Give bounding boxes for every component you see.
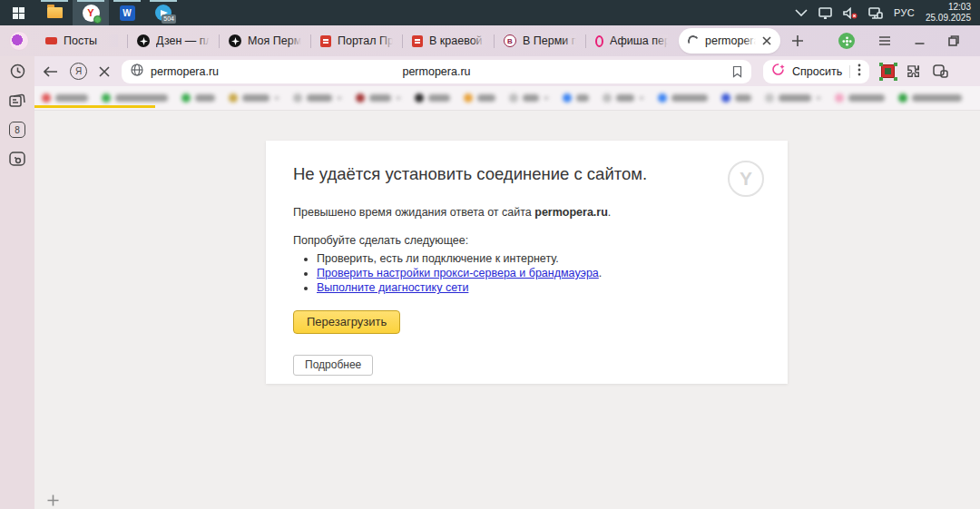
bookmark-favicon	[464, 93, 473, 103]
new-tab-button[interactable]	[791, 34, 804, 47]
tab-v-kraevoy[interactable]: В краевой ст	[403, 25, 494, 56]
bookmark-item[interactable]	[464, 93, 495, 103]
yandex-home-button[interactable]: Я	[70, 63, 87, 80]
browser-side-panel: 8	[0, 56, 34, 509]
bookmark-item[interactable]	[42, 93, 88, 103]
bookmark-item[interactable]	[835, 93, 885, 103]
ask-button[interactable]: Спросить	[792, 65, 842, 78]
taskbar-apps: Y W 504	[0, 0, 181, 25]
screenshot-icon[interactable]	[8, 150, 26, 168]
globe-icon	[131, 64, 143, 80]
clock[interactable]: 12:03 25.09.2025	[926, 2, 971, 24]
bookmark-label-blob	[616, 94, 634, 102]
tab-portal-prav[interactable]: Портал Прав	[311, 25, 402, 56]
plus-icon[interactable]	[47, 494, 59, 506]
tray-chevron-icon[interactable]	[795, 9, 808, 16]
tray-window-icon[interactable]	[818, 7, 832, 19]
system-tray: РУС 12:03 25.09.2025	[795, 2, 980, 24]
extension-icon-selected[interactable]	[881, 64, 895, 78]
bookmark-item[interactable]	[509, 93, 549, 103]
taskbar-app-explorer[interactable]	[36, 0, 73, 25]
tab-moya-perm[interactable]: Моя Пермь |	[220, 25, 310, 56]
loading-spinner-icon	[687, 34, 701, 48]
restore-window-button[interactable]	[948, 35, 959, 46]
address-toolbar: Я permopera.ru permopera.ru	[34, 56, 980, 86]
tab-counter[interactable]: 8	[9, 122, 25, 138]
bookmark-favicon	[765, 93, 774, 103]
error-suggestions-list: Проверить, есть ли подключение к интерне…	[293, 251, 760, 295]
telegram-icon: 504	[155, 5, 172, 21]
bookmark-item[interactable]	[181, 93, 215, 103]
bookmark-item[interactable]	[102, 93, 168, 103]
bookmark-item[interactable]	[658, 93, 708, 103]
stop-loading-button[interactable]	[99, 66, 110, 77]
history-icon[interactable]	[8, 62, 26, 80]
file-explorer-icon	[47, 7, 63, 18]
language-indicator[interactable]: РУС	[894, 7, 915, 18]
error-message: Превышено время ожидания ответа от сайта…	[293, 206, 760, 219]
minimize-button[interactable]	[915, 36, 925, 45]
proxy-settings-link[interactable]: Проверить настройки прокси-сервера и бра…	[317, 267, 599, 279]
bookmark-label-blob	[55, 94, 88, 102]
bookmark-favicon	[563, 93, 572, 103]
bookmark-favicon	[603, 93, 612, 103]
bookmark-label-blob	[115, 94, 168, 102]
start-button[interactable]	[0, 0, 36, 25]
taskbar-app-yandex-browser[interactable]: Y	[73, 0, 109, 25]
close-tab-icon[interactable]	[762, 36, 771, 45]
running-indicator	[77, 0, 104, 2]
error-suggestions-intro: Попробуйте сделать следующее:	[293, 234, 760, 247]
bookmark-favicon	[898, 93, 907, 103]
pill-divider	[849, 65, 850, 78]
back-button[interactable]	[44, 66, 58, 77]
more-options-icon[interactable]	[858, 64, 861, 80]
address-bar[interactable]: permopera.ru permopera.ru	[122, 60, 751, 83]
bookmark-item[interactable]	[415, 93, 450, 103]
browser-update-badge	[93, 15, 102, 24]
bookmark-label-blob	[912, 94, 962, 102]
bookmark-item[interactable]	[293, 93, 342, 103]
tab-posty[interactable]: Посты	[36, 25, 127, 56]
bookmark-item[interactable]	[898, 93, 962, 103]
bookmark-favicon	[415, 93, 424, 103]
volume-muted-icon[interactable]	[843, 7, 858, 19]
bookmark-item[interactable]	[563, 93, 589, 103]
yandex-browser-logo-gray: Y	[728, 161, 764, 197]
taskbar-app-telegram[interactable]: 504	[145, 0, 181, 25]
bookmark-favicon	[658, 93, 667, 103]
notes-panel-icon[interactable]	[8, 92, 26, 110]
tab-title: Дзен — плат	[156, 34, 210, 47]
protect-extension-icon[interactable]	[838, 33, 855, 49]
bookmark-label-blob	[735, 94, 751, 102]
details-button[interactable]: Подробнее	[293, 355, 373, 376]
tab-title: Посты	[64, 34, 118, 47]
ai-swirl-icon	[771, 63, 785, 80]
tab-title: Афиша перм	[610, 34, 668, 47]
address-url: permopera.ru	[151, 65, 219, 78]
bookmark-item[interactable]	[765, 93, 821, 103]
reload-button[interactable]: Перезагрузить	[293, 310, 400, 334]
bookmark-item[interactable]	[356, 93, 401, 103]
window-stack-icon[interactable]	[933, 64, 948, 78]
bookmark-item[interactable]	[603, 93, 644, 103]
bookmark-flag-icon[interactable]	[732, 65, 742, 78]
network-icon[interactable]	[868, 7, 883, 19]
tab-v-permi[interactable]: В В Перми пла	[495, 25, 585, 56]
profile-avatar[interactable]	[9, 31, 29, 51]
tab-title: В краевой ст	[429, 34, 485, 47]
tab-dzen[interactable]: Дзен — плат	[128, 25, 219, 56]
bookmark-favicon	[356, 93, 365, 103]
browser-menu-button[interactable]	[878, 35, 891, 46]
running-indicator	[113, 0, 141, 2]
network-diagnostics-link[interactable]: Выполните диагностику сети	[317, 281, 468, 294]
tab-permopera-active[interactable]: permopera	[679, 28, 780, 54]
taskbar-app-word[interactable]: W	[109, 0, 145, 25]
dzen-icon	[137, 34, 150, 47]
extensions-puzzle-icon[interactable]	[906, 64, 921, 79]
bookmark-item[interactable]	[721, 93, 751, 103]
tab-afisha[interactable]: Афиша перм	[586, 25, 677, 56]
word-icon: W	[120, 5, 135, 21]
bookmark-favicon	[509, 93, 518, 103]
bookmark-item[interactable]	[229, 93, 279, 103]
error-message-suffix: .	[608, 206, 611, 219]
